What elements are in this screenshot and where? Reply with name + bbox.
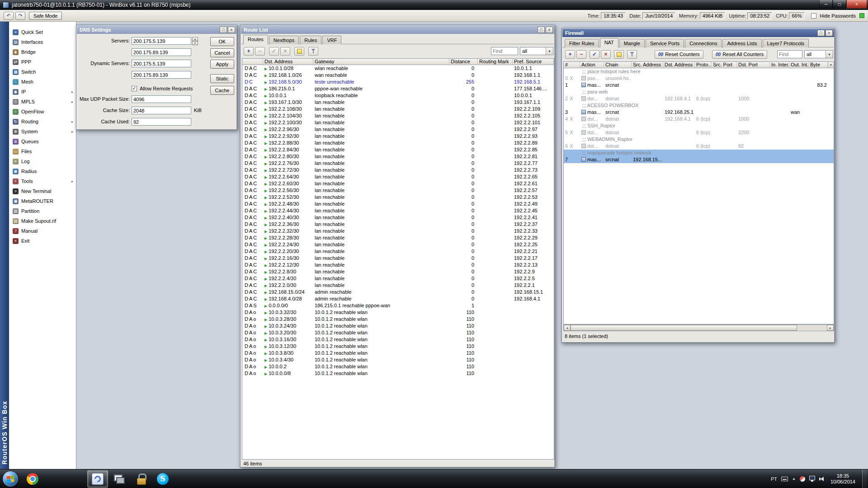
firewall-rule-row[interactable]: 2Xdst...dstnat192.168.4.16 (tcp)1000 (564, 95, 834, 102)
cache-size-field[interactable] (132, 107, 191, 114)
minimize-button[interactable]: ─ (819, 0, 833, 9)
sidebar-item-interfaces[interactable]: ▤Interfaces (9, 37, 76, 47)
column-header-out-int[interactable]: Out. Int... (789, 62, 809, 68)
allow-remote-requests-checkbox[interactable]: ✓ (132, 86, 137, 91)
route-list-tab-nexthops[interactable]: Nexthops (269, 36, 299, 44)
static-button[interactable]: Static (210, 74, 234, 83)
column-header-dst-address[interactable]: Dst. Address (663, 62, 695, 68)
firewall-comment-row[interactable]: ;;; para web (564, 89, 834, 95)
filter-button[interactable] (627, 50, 637, 59)
column-header-src-address[interactable]: Src. Address (632, 62, 663, 68)
column-header-pref-source[interactable]: Pref. Source (513, 59, 554, 65)
winbox-taskbar-button[interactable] (87, 470, 108, 488)
route-list-tab-rules[interactable]: Rules (300, 36, 321, 44)
firewall-tab-service-ports[interactable]: Service Ports (646, 39, 684, 47)
route-row[interactable]: DAC▶192.2.2.76/30lan reachable0192.2.2.7… (242, 160, 554, 167)
volume-icon[interactable] (819, 477, 824, 481)
route-row[interactable]: DAC▶192.2.2.20/30lan reachable0192.2.2.2… (242, 248, 554, 255)
cancel-button[interactable]: Cancel (210, 48, 234, 57)
route-row[interactable]: DAS▶0.0.0.0/0186.215.0.1 reachable pppoe… (242, 302, 554, 309)
os-titlebar[interactable]: jatonetrb750-01@10.0.1.1 (RB750-01) - Wi… (0, 0, 868, 10)
route-row[interactable]: DAC▶192.168.4.0/28admin reachable0192.16… (242, 296, 554, 302)
reset-all-counters-button[interactable]: 00Reset All Counters (712, 50, 767, 59)
enable-button[interactable]: ✓ (590, 50, 599, 59)
sidebar-item-make-supout-rif[interactable]: ▤Make Supout.rif (9, 216, 76, 226)
skype-taskbar-button[interactable] (152, 470, 173, 488)
firewall-tab-mangle[interactable]: Mangle (619, 39, 645, 47)
firewall-comment-row[interactable]: ;;; masquerade hotspot network (564, 150, 834, 156)
route-row[interactable]: DAC▶192.2.2.40/30lan reachable0192.2.2.4… (242, 214, 554, 221)
scrollbar-thumb[interactable] (571, 325, 797, 331)
server-spinner[interactable]: ▲▼ (192, 37, 198, 45)
sidebar-item-metarouter[interactable]: ▣MetaROUTER (9, 196, 76, 206)
firewall-tab-connections[interactable]: Connections (685, 39, 722, 47)
firewall-comment-row[interactable]: ;;; ACESSO POWERBOX (564, 102, 834, 109)
firewall-rule-row[interactable]: 6Xdst...dstnat6 (tcp)82 (564, 143, 834, 150)
dns-maximize-icon[interactable]: □ (220, 27, 227, 33)
add-button[interactable]: + (565, 50, 575, 59)
column-header-dst-address[interactable]: Dst. Address (263, 59, 313, 65)
route-row[interactable]: DAC▶192.2.2.64/30lan reachable0192.2.2.6… (242, 174, 554, 180)
sidebar-item-routing[interactable]: ↻Routing▸ (9, 117, 76, 127)
hide-passwords-checkbox[interactable] (811, 13, 816, 19)
reset-counters-button[interactable]: 00Reset Counters (655, 50, 703, 59)
firewall-rule-row[interactable]: 7mas...srcnat192.168.15... (564, 156, 834, 163)
maximize-button[interactable]: □ (833, 0, 846, 9)
column-header-chain[interactable]: Chain (604, 62, 632, 68)
enable-button[interactable]: ✓ (269, 47, 279, 56)
column-header-[interactable]: # (564, 62, 580, 68)
sidebar-item-partition[interactable]: ▥Partition (9, 206, 76, 216)
sidebar-item-mesh[interactable]: ∴Mesh (9, 77, 76, 87)
route-row[interactable]: DAo▶10.0.3.16/3010.0.1.2 reachable wlan1… (242, 336, 554, 343)
route-list-titlebar[interactable]: Route List □ × (241, 26, 554, 34)
route-row[interactable]: DAC▶192.2.2.4/30lan reachable0192.2.2.5 (242, 275, 554, 282)
column-header-distance[interactable]: Distance (449, 59, 478, 65)
route-row[interactable]: DAC▶192.2.2.32/30lan reachable0192.2.2.3… (242, 228, 554, 235)
cache-button[interactable]: Cache (210, 86, 234, 95)
column-header-flags[interactable] (242, 59, 263, 65)
route-row[interactable]: DAC▶193.167.1.0/30lan reachable0193.167.… (242, 99, 554, 106)
language-indicator[interactable]: PT (771, 476, 777, 482)
firewall-comment-row[interactable]: ;;; SSH_Raptor (564, 122, 834, 129)
firewall-tab-address-lists[interactable]: Address Lists (722, 39, 761, 47)
filter-button[interactable] (308, 47, 318, 56)
route-row[interactable]: DAC▶10.0.1.0/28wlan reachable010.0.1.1 (242, 65, 554, 72)
firewall-rule-row[interactable]: 3mas...srcnat192.168.25.1wan (564, 109, 834, 116)
route-row[interactable]: DAC▶192.2.2.96/30lan reachable0192.2.2.9… (242, 126, 554, 133)
firewall-comment-row[interactable]: ;;; place hotspot rules here (564, 68, 834, 75)
sidebar-item-system[interactable]: ⊕System▸ (9, 127, 76, 136)
dns-server-2-field[interactable] (132, 48, 191, 56)
route-list-maximize-icon[interactable]: □ (538, 27, 545, 33)
firewall-comment-row[interactable]: ;;; WEBADMIN_Raptor (564, 136, 834, 143)
dropdown-arrow-icon[interactable]: ▼ (826, 51, 833, 58)
ok-button[interactable]: OK (210, 37, 234, 46)
route-row[interactable]: DC▶192.168.5.0/30teste unreachable255192… (242, 79, 554, 85)
comment-button[interactable] (294, 47, 304, 56)
back-icon[interactable]: ↶ (4, 12, 14, 20)
sidebar-item-manual[interactable]: ?Manual (9, 226, 76, 236)
sidebar-item-log[interactable]: ≡Log (9, 156, 76, 166)
spin-down-icon[interactable]: ▼ (192, 41, 198, 45)
route-row[interactable]: DAC▶192.2.2.12/30lan reachable0192.2.2.1… (242, 262, 554, 268)
route-row[interactable]: DAC▶192.2.2.108/30lan reachable0192.2.2.… (242, 106, 554, 113)
route-row[interactable]: DAC▶192.2.2.28/30lan reachable0192.2.2.2… (242, 235, 554, 241)
show-desktop-button[interactable] (862, 469, 867, 488)
column-header-src-port[interactable]: Src. Port (712, 62, 737, 68)
add-button[interactable]: + (244, 47, 254, 56)
route-find-input[interactable] (491, 47, 518, 55)
remove-button[interactable]: − (255, 47, 265, 56)
firewall-filter-dropdown[interactable]: all ▼ (804, 50, 833, 58)
route-row[interactable]: DAC▶192.2.2.44/30lan reachable0192.2.2.4… (242, 207, 554, 214)
firewall-titlebar[interactable]: Firewall □ × (562, 29, 834, 37)
sidebar-item-exit[interactable]: ×Exit (9, 236, 76, 246)
sidebar-item-quick-set[interactable]: ≡Quick Set (9, 27, 76, 37)
route-row[interactable]: DAo▶10.0.3.8/3010.0.1.2 reachable wlan11… (242, 350, 554, 357)
route-row[interactable]: DAC▶192.2.2.36/30lan reachable0192.2.2.3… (242, 221, 554, 228)
action-center-icon[interactable] (800, 476, 805, 482)
route-row[interactable]: DAo▶10.0.0.210.0.1.2 reachable wlan110 (242, 363, 554, 370)
cache-used-field[interactable] (132, 118, 191, 126)
hidden-icons-caret[interactable]: ▲ (792, 477, 796, 481)
route-row[interactable]: DAC▶192.2.2.88/30lan reachable0192.2.2.8… (242, 140, 554, 146)
column-header-proto[interactable]: Proto... (695, 62, 712, 68)
dynamic-server-2-field[interactable] (132, 71, 191, 79)
